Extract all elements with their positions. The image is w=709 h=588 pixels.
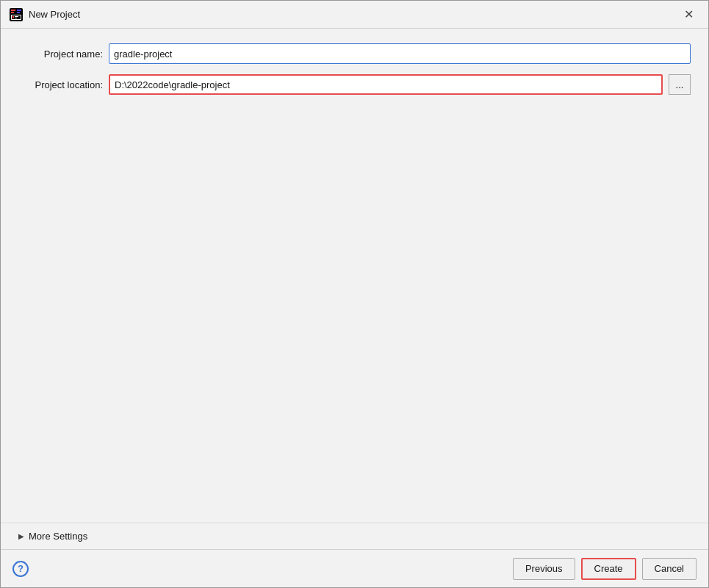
svg-rect-3 — [17, 10, 21, 11]
svg-rect-1 — [11, 10, 15, 11]
svg-rect-4 — [17, 12, 20, 13]
help-button[interactable]: ? — [12, 561, 29, 577]
footer-buttons: Previous Create Cancel — [513, 558, 697, 580]
content-spacer — [1, 290, 708, 523]
project-name-row: Project name: — [18, 43, 691, 64]
previous-button[interactable]: Previous — [513, 558, 575, 580]
project-location-input[interactable] — [109, 74, 663, 95]
project-name-input[interactable] — [109, 43, 691, 64]
footer: ? Previous Create Cancel — [1, 549, 708, 587]
project-location-label: Project location: — [18, 79, 103, 90]
svg-rect-9 — [15, 18, 17, 18]
dialog-title: New Project — [29, 9, 677, 20]
new-project-dialog: New Project ✕ Project name: Project loca… — [0, 0, 709, 588]
title-bar: New Project ✕ — [1, 1, 708, 29]
create-button[interactable]: Create — [581, 558, 636, 580]
svg-rect-7 — [12, 16, 14, 18]
svg-rect-8 — [15, 16, 18, 17]
project-location-row: Project location: ... — [18, 74, 691, 95]
more-settings-arrow-icon: ▶ — [18, 532, 24, 540]
browse-button[interactable]: ... — [669, 74, 691, 95]
content-area: Project name: Project location: ... — [1, 29, 708, 290]
project-name-label: Project name: — [18, 49, 103, 60]
more-settings-section[interactable]: ▶ More Settings — [1, 523, 708, 549]
cancel-button[interactable]: Cancel — [642, 558, 697, 580]
app-icon — [10, 8, 23, 21]
close-button[interactable]: ✕ — [677, 4, 699, 26]
more-settings-label: More Settings — [29, 531, 87, 542]
svg-rect-2 — [11, 12, 14, 13]
